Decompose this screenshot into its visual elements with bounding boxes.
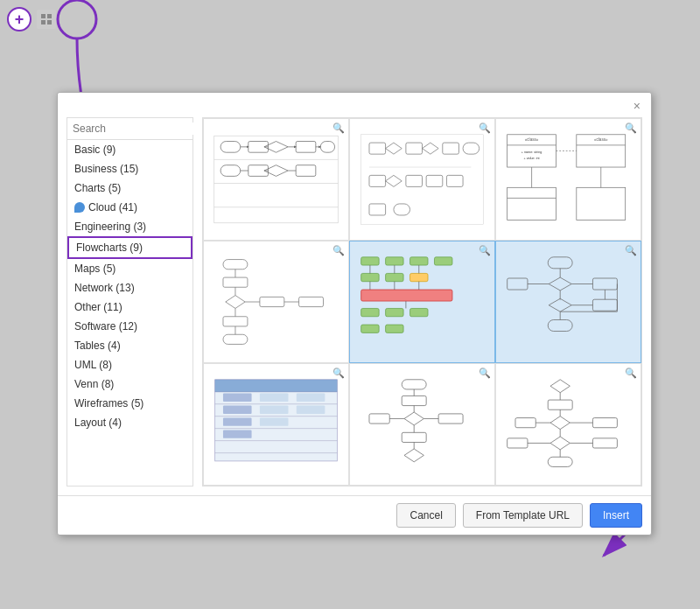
svg-rect-15	[320, 142, 334, 153]
svg-marker-142	[550, 416, 570, 430]
svg-marker-129	[404, 412, 424, 425]
svg-rect-68	[260, 297, 284, 306]
sidebar-item-uml[interactable]: UML (8)	[67, 355, 192, 374]
sidebar-item-business[interactable]: Business (15)	[67, 159, 192, 178]
svg-rect-117	[223, 406, 252, 414]
svg-rect-135	[402, 432, 426, 442]
template-item-4[interactable]: 🔍	[203, 241, 349, 363]
svg-rect-99	[592, 299, 617, 311]
svg-rect-1	[47, 14, 52, 18]
svg-rect-40	[426, 175, 443, 186]
svg-rect-101	[508, 278, 528, 290]
sidebar-item-engineering[interactable]: Engineering (3)	[67, 217, 192, 236]
svg-text:+ value: int: + value: int	[524, 157, 540, 160]
svg-rect-76	[386, 273, 403, 281]
svg-rect-116	[223, 394, 252, 402]
svg-rect-121	[260, 406, 289, 414]
svg-rect-39	[406, 175, 423, 186]
svg-rect-103	[548, 319, 572, 331]
grid-icon[interactable]	[37, 10, 56, 29]
svg-rect-66	[223, 334, 248, 344]
svg-rect-144	[592, 418, 617, 428]
svg-rect-58	[223, 260, 248, 270]
svg-rect-72	[386, 257, 403, 265]
from-template-url-button[interactable]: From Template URL	[463, 503, 583, 528]
sidebar-item-layout[interactable]: Layout (4)	[67, 413, 192, 432]
sidebar-item-wireframes[interactable]: Wireframes (5)	[67, 394, 192, 413]
svg-marker-38	[386, 175, 402, 186]
svg-marker-148	[550, 437, 570, 450]
dialog-footer: Cancel From Template URL Insert	[58, 495, 651, 535]
svg-rect-74	[434, 257, 452, 265]
svg-marker-137	[404, 449, 424, 462]
sidebar-item-charts[interactable]: Charts (5)	[67, 178, 192, 198]
svg-rect-79	[361, 308, 379, 316]
sidebar-item-network[interactable]: Network (13)	[67, 278, 192, 298]
svg-rect-146	[515, 418, 536, 428]
svg-rect-23	[296, 165, 316, 177]
template-dialog: × 🔍 Basic (9) Business (15) Charts (5) C…	[57, 92, 652, 536]
svg-rect-120	[260, 394, 289, 402]
template-item-2[interactable]: 🔍	[349, 118, 495, 241]
svg-rect-81	[410, 308, 428, 316]
svg-rect-123	[297, 394, 326, 402]
svg-rect-75	[361, 273, 379, 281]
svg-rect-34	[463, 143, 480, 154]
cloud-icon	[74, 202, 85, 213]
sidebar-item-tables[interactable]: Tables (4)	[67, 336, 192, 355]
svg-rect-54	[577, 187, 626, 220]
add-button[interactable]: +	[7, 7, 32, 32]
svg-rect-140	[548, 400, 572, 410]
svg-rect-41	[446, 175, 463, 186]
sidebar-item-maps[interactable]: Maps (5)	[67, 259, 192, 278]
svg-rect-71	[361, 257, 379, 265]
svg-rect-43	[394, 204, 410, 215]
dialog-close-button[interactable]: ×	[630, 98, 644, 114]
template-item-8[interactable]: 🔍	[349, 363, 495, 486]
template-item-7[interactable]: 🔍	[203, 363, 349, 486]
sidebar-item-software[interactable]: Software (12)	[67, 317, 192, 336]
zoom-icon-9: 🔍	[625, 368, 637, 379]
svg-text:«class»: «class»	[525, 137, 539, 142]
zoom-icon-5: 🔍	[479, 245, 491, 256]
dialog-body: 🔍 Basic (9) Business (15) Charts (5) Clo…	[58, 117, 651, 495]
svg-text:«class»: «class»	[594, 137, 608, 142]
sidebar-item-cloud[interactable]: Cloud (41)	[67, 198, 192, 217]
svg-rect-83	[386, 325, 403, 332]
svg-point-4	[58, 0, 96, 38]
svg-rect-20	[220, 165, 241, 177]
svg-rect-14	[296, 142, 316, 153]
svg-rect-60	[223, 277, 248, 287]
svg-marker-93	[549, 277, 571, 290]
search-input[interactable]	[73, 122, 204, 135]
cancel-button[interactable]: Cancel	[396, 503, 455, 528]
svg-rect-124	[297, 406, 326, 414]
template-item-3[interactable]: 🔍 «class» + name: string + value: int «c…	[495, 118, 641, 241]
template-item-5[interactable]: 🔍	[349, 241, 495, 363]
svg-marker-30	[386, 143, 402, 154]
zoom-icon-6: 🔍	[625, 245, 637, 256]
svg-rect-78	[361, 290, 452, 301]
insert-button[interactable]: Insert	[590, 503, 642, 528]
svg-rect-150	[548, 457, 572, 466]
sidebar-item-venn[interactable]: Venn (8)	[67, 374, 192, 394]
svg-rect-119	[223, 430, 252, 438]
zoom-icon-7: 🔍	[332, 368, 345, 379]
sidebar-item-flowcharts[interactable]: Flowcharts (9)	[67, 236, 192, 259]
zoom-icon-2: 🔍	[479, 122, 491, 134]
svg-rect-37	[369, 175, 386, 186]
svg-rect-29	[369, 143, 386, 154]
svg-rect-7	[214, 136, 338, 223]
search-box: 🔍	[67, 118, 192, 140]
sidebar-item-basic[interactable]: Basic (9)	[67, 140, 192, 159]
svg-rect-3	[47, 20, 52, 24]
template-item-6[interactable]: 🔍	[495, 241, 641, 363]
zoom-icon-3: 🔍	[625, 122, 637, 134]
zoom-icon-1: 🔍	[332, 122, 345, 134]
zoom-icon-4: 🔍	[332, 245, 345, 256]
svg-rect-0	[41, 14, 46, 18]
svg-marker-138	[550, 380, 570, 393]
template-item-1[interactable]: 🔍	[203, 118, 349, 241]
template-item-9[interactable]: 🔍	[495, 363, 641, 486]
sidebar-item-other[interactable]: Other (11)	[67, 298, 192, 317]
